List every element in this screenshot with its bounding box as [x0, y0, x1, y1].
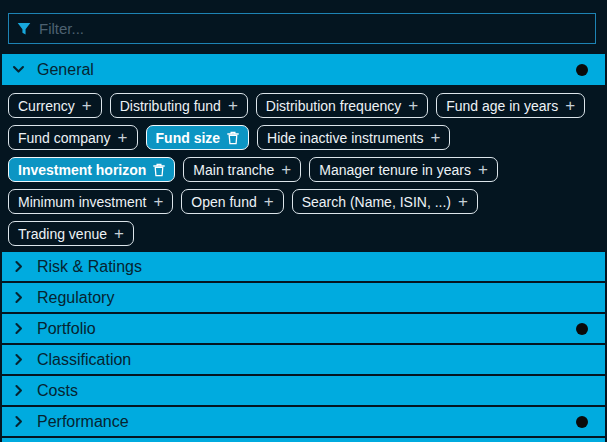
- chevron-right-icon: [12, 415, 25, 428]
- section-header-costs[interactable]: Costs: [2, 376, 605, 405]
- add-icon: +: [264, 193, 274, 210]
- section-label: Performance: [37, 413, 129, 431]
- filter-chip-currency[interactable]: Currency+: [8, 93, 102, 118]
- add-icon: +: [431, 129, 441, 146]
- chevron-right-icon: [12, 353, 25, 366]
- filter-chip-fund-age-in-years[interactable]: Fund age in years+: [436, 93, 585, 118]
- section-header-portfolio[interactable]: Portfolio: [2, 314, 605, 343]
- active-filter-indicator: [576, 323, 588, 335]
- chip-label: Distribution frequency: [266, 98, 401, 114]
- collapsed-sections: Risk & RatingsRegulatoryPortfolioClassif…: [0, 252, 607, 442]
- section-header-general[interactable]: General: [2, 54, 605, 85]
- chip-label: Investment horizon: [18, 162, 146, 178]
- chevron-right-icon: [12, 384, 25, 397]
- chip-label: Trading venue: [18, 226, 107, 242]
- filter-chip-trading-venue[interactable]: Trading venue+: [8, 221, 134, 246]
- filter-search-box[interactable]: [8, 13, 596, 44]
- filter-chip-minimum-investment[interactable]: Minimum investment+: [8, 189, 173, 214]
- filter-chip-fund-size[interactable]: Fund size: [146, 125, 250, 150]
- add-icon: +: [153, 193, 163, 210]
- chip-label: Hide inactive instruments: [267, 130, 423, 146]
- filter-chip-search-name-isin[interactable]: Search (Name, ISIN, ...)+: [292, 189, 478, 214]
- section-label: General: [37, 61, 94, 79]
- filter-panel: General Currency+Distributing fund+Distr…: [0, 13, 607, 442]
- add-icon: +: [118, 129, 128, 146]
- general-chips: Currency+Distributing fund+Distribution …: [0, 85, 607, 252]
- add-icon: +: [114, 225, 124, 242]
- chip-label: Currency: [18, 98, 75, 114]
- filter-chip-distribution-frequency[interactable]: Distribution frequency+: [256, 93, 428, 118]
- add-icon: +: [565, 97, 575, 114]
- add-icon: +: [478, 161, 488, 178]
- section-label: Regulatory: [37, 289, 114, 307]
- add-icon: +: [281, 161, 291, 178]
- trash-icon: [153, 163, 165, 177]
- chip-label: Fund age in years: [446, 98, 558, 114]
- section-header-regulatory[interactable]: Regulatory: [2, 283, 605, 312]
- add-icon: +: [458, 193, 468, 210]
- chip-label: Open fund: [191, 194, 256, 210]
- section-header-performance[interactable]: Performance: [2, 407, 605, 436]
- filter-chip-main-tranche[interactable]: Main tranche+: [183, 157, 301, 182]
- chevron-right-icon: [12, 291, 25, 304]
- add-icon: +: [82, 97, 92, 114]
- trash-icon: [227, 131, 239, 145]
- chip-label: Manager tenure in years: [319, 162, 471, 178]
- section-label: Risk & Ratings: [37, 258, 142, 276]
- chevron-down-icon: [12, 63, 25, 76]
- add-icon: +: [408, 97, 418, 114]
- chip-label: Distributing fund: [120, 98, 221, 114]
- section-header-risk-ratings[interactable]: Risk & Ratings: [2, 252, 605, 281]
- add-icon: +: [228, 97, 238, 114]
- filter-chip-fund-company[interactable]: Fund company+: [8, 125, 138, 150]
- section-label: Classification: [37, 351, 131, 369]
- chevron-right-icon: [12, 322, 25, 335]
- section-header-classification[interactable]: Classification: [2, 345, 605, 374]
- funnel-icon: [17, 22, 31, 36]
- chip-label: Fund size: [156, 130, 221, 146]
- section-label: Costs: [37, 382, 78, 400]
- section-label: Portfolio: [37, 320, 96, 338]
- chip-label: Fund company: [18, 130, 111, 146]
- chip-label: Main tranche: [193, 162, 274, 178]
- filter-chip-investment-horizon[interactable]: Investment horizon: [8, 157, 175, 182]
- chevron-right-icon: [12, 260, 25, 273]
- filter-chip-open-fund[interactable]: Open fund+: [181, 189, 283, 214]
- active-filter-indicator: [576, 416, 588, 428]
- filter-chip-manager-tenure-in-years[interactable]: Manager tenure in years+: [309, 157, 498, 182]
- filter-chip-distributing-fund[interactable]: Distributing fund+: [110, 93, 248, 118]
- filter-input[interactable]: [39, 20, 587, 37]
- active-filter-indicator: [576, 64, 588, 76]
- section-header-esg[interactable]: ESG: [2, 438, 605, 442]
- chip-label: Search (Name, ISIN, ...): [302, 194, 451, 210]
- filter-chip-hide-inactive-instruments[interactable]: Hide inactive instruments+: [257, 125, 450, 150]
- chip-label: Minimum investment: [18, 194, 146, 210]
